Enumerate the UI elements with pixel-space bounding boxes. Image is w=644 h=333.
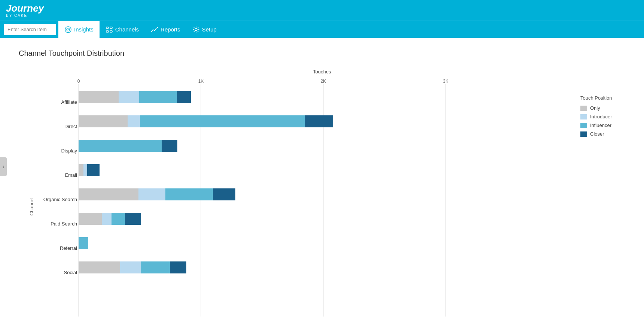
brand-name: Journey <box>6 3 44 14</box>
nav-item-setup[interactable]: Setup <box>186 21 223 38</box>
legend-title: Touch Position <box>580 95 637 101</box>
collapse-handle[interactable]: ‹ <box>0 157 7 176</box>
svg-rect-3 <box>106 27 109 28</box>
legend-label-only: Only <box>590 105 600 111</box>
y-axis-label: Channel <box>29 197 34 215</box>
reports-icon <box>151 26 158 33</box>
legend-label-closer: Closer <box>590 131 604 137</box>
svg-rect-44 <box>79 237 88 249</box>
search-input[interactable] <box>4 24 56 35</box>
nav-item-insights[interactable]: Insights <box>58 21 100 38</box>
legend-label-influencer: Influencer <box>590 122 611 128</box>
svg-rect-39 <box>79 213 102 225</box>
svg-text:Paid Search: Paid Search <box>51 221 77 227</box>
nav-item-reports[interactable]: Reports <box>145 21 186 38</box>
svg-rect-28 <box>162 140 177 152</box>
main-content: ‹ Channel Touchpoint Distribution Channe… <box>0 38 644 333</box>
bar-chart-svg: 0 1K 2K 3K Affiliate Direct <box>37 77 449 332</box>
svg-rect-6 <box>110 31 112 32</box>
insights-icon <box>64 26 72 33</box>
nav-label-channels: Channels <box>115 26 139 33</box>
svg-point-2 <box>68 29 68 30</box>
svg-text:Organic Search: Organic Search <box>43 197 77 202</box>
svg-rect-4 <box>110 27 112 28</box>
svg-rect-23 <box>128 115 140 127</box>
introducer-swatch <box>580 114 587 119</box>
svg-rect-48 <box>141 261 170 273</box>
svg-rect-5 <box>106 31 109 32</box>
svg-rect-17 <box>79 91 119 103</box>
svg-text:Direct: Direct <box>64 124 77 129</box>
setup-icon <box>192 26 200 33</box>
svg-point-7 <box>195 28 197 31</box>
svg-rect-27 <box>79 140 162 152</box>
svg-rect-20 <box>177 91 191 103</box>
x-axis-title: Touches <box>79 69 565 75</box>
svg-rect-31 <box>83 164 87 176</box>
legend-item-closer: Closer <box>580 131 637 137</box>
svg-text:Email: Email <box>65 172 77 178</box>
svg-rect-22 <box>79 115 128 127</box>
svg-rect-32 <box>87 164 100 176</box>
only-swatch <box>580 106 587 111</box>
svg-rect-46 <box>79 261 120 273</box>
svg-rect-30 <box>79 164 83 176</box>
svg-rect-24 <box>140 115 305 127</box>
legend: Touch Position Only Introducer Influence… <box>580 88 637 333</box>
svg-rect-36 <box>165 188 213 200</box>
svg-rect-19 <box>139 91 177 103</box>
svg-rect-49 <box>170 261 186 273</box>
svg-text:Display: Display <box>61 148 77 154</box>
svg-text:2K: 2K <box>321 79 326 84</box>
nav-label-reports: Reports <box>161 26 180 33</box>
svg-text:0: 0 <box>77 79 80 84</box>
brand-bar: Journey by CAKE <box>0 0 644 21</box>
channels-icon <box>106 26 113 33</box>
brand-sub: by CAKE <box>6 14 44 18</box>
legend-item-introducer: Introducer <box>580 114 637 119</box>
svg-text:1K: 1K <box>198 79 204 84</box>
chart-title: Channel Touchpoint Distribution <box>19 49 637 58</box>
nav-bar: Insights Channels Reports Setup <box>0 21 644 38</box>
chevron-left-icon: ‹ <box>2 163 4 170</box>
closer-swatch <box>580 131 587 137</box>
svg-text:Referral: Referral <box>60 245 77 251</box>
nav-item-channels[interactable]: Channels <box>100 21 145 38</box>
svg-rect-47 <box>120 261 141 273</box>
legend-label-introducer: Introducer <box>590 114 612 119</box>
svg-rect-37 <box>213 188 235 200</box>
svg-text:Social: Social <box>64 270 77 275</box>
svg-rect-25 <box>305 115 333 127</box>
influencer-swatch <box>580 123 587 128</box>
svg-rect-41 <box>112 213 125 225</box>
svg-rect-35 <box>138 188 165 200</box>
svg-rect-34 <box>79 188 138 200</box>
svg-text:3K: 3K <box>443 79 449 84</box>
svg-rect-18 <box>119 91 139 103</box>
legend-item-influencer: Influencer <box>580 122 637 128</box>
svg-rect-40 <box>102 213 112 225</box>
brand-logo: Journey by CAKE <box>6 3 44 18</box>
nav-label-setup: Setup <box>202 26 217 33</box>
svg-text:Affiliate: Affiliate <box>61 99 77 105</box>
nav-label-insights: Insights <box>74 26 94 33</box>
svg-rect-42 <box>125 213 141 225</box>
legend-item-only: Only <box>580 105 637 111</box>
